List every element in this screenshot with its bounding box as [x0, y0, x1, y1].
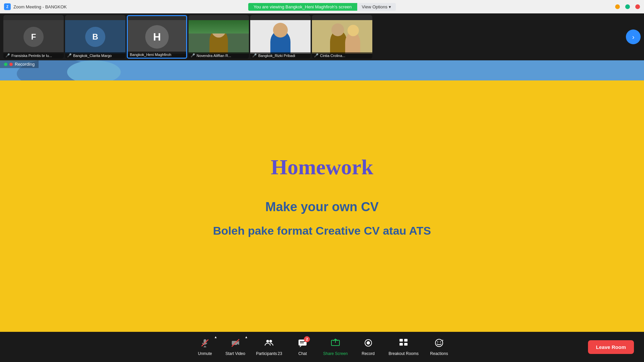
record-button[interactable]: Record — [353, 332, 383, 362]
participant-name: Fransiska Perintis br lu... — [11, 54, 52, 58]
participant-name: Bangkok_Heni Maghfiroh — [130, 53, 171, 57]
toolbar: ▲ Unmute ▲ Start Video — [0, 332, 644, 362]
slide-decoration — [0, 60, 644, 80]
svg-rect-24 — [404, 343, 408, 346]
deco-shape2 — [67, 60, 121, 80]
view-options-label: View Options — [362, 4, 387, 9]
leave-room-button[interactable]: Leave Room — [588, 340, 634, 354]
slide-title: Homework — [271, 155, 373, 180]
participant-tile[interactable]: F 🎤 Fransiska Perintis br lu... — [3, 15, 64, 59]
svg-rect-22 — [404, 339, 408, 342]
mute-icon: 🎤 — [191, 53, 195, 58]
svg-rect-13 — [300, 343, 304, 343]
chat-button[interactable]: 2 Chat — [287, 332, 318, 362]
slide-subtitle1: Make your own CV — [265, 200, 379, 214]
participant-name: Cintia Crolina... — [320, 54, 345, 58]
video-muted-icon — [231, 338, 240, 350]
recording-badge: Recording — [0, 60, 39, 68]
mute-icon: 🎤 — [314, 53, 319, 58]
recording-dot — [9, 63, 13, 66]
record-label: Record — [362, 351, 375, 356]
main-content: Homework Make your own CV Boleh pake for… — [0, 60, 644, 332]
record-icon — [364, 338, 373, 350]
breakout-rooms-label: Breakout Rooms — [389, 351, 419, 356]
participant-tile[interactable]: 🎤 Bangkok_Rizki Pribadi — [250, 15, 311, 59]
mic-muted-icon — [200, 338, 210, 350]
participant-name-bar: 🎤 Novendra Aliffian R... — [189, 52, 249, 59]
start-video-button[interactable]: ▲ Start Video — [220, 332, 251, 362]
chat-icon-wrapper: 2 — [298, 338, 307, 351]
title-bar: Z Zoom Meeting - BANGKOK You are viewing… — [0, 0, 644, 13]
participant-tile-active[interactable]: H Bangkok_Heni Maghfiroh — [127, 15, 187, 59]
chat-badge: 2 — [304, 336, 310, 342]
participant-name-bar: 🎤 Cintia Crolina... — [312, 52, 372, 59]
title-bar-left: Z Zoom Meeting - BANGKOK — [4, 3, 67, 10]
participant-name: Novendra Aliffian R... — [197, 54, 231, 58]
participant-name-bar: 🎤 Bangkok_Clarita Margo — [65, 52, 125, 59]
participants-icon — [264, 338, 274, 350]
maximize-button[interactable] — [625, 4, 630, 9]
unmute-caret: ▲ — [214, 335, 217, 339]
chevron-down-icon: ▾ — [389, 4, 391, 9]
participant-tile[interactable]: 🎤 Novendra Aliffian R... — [189, 15, 249, 59]
svg-point-10 — [269, 340, 272, 343]
svg-rect-23 — [399, 343, 403, 346]
recording-label: Recording — [15, 62, 35, 67]
start-video-label: Start Video — [225, 351, 245, 356]
participant-tile[interactable]: 🎤 Cintia Crolina... — [312, 15, 372, 59]
breakout-rooms-icon — [399, 338, 408, 350]
svg-point-9 — [266, 340, 269, 343]
participant-name-bar: Bangkok_Heni Maghfiroh — [128, 52, 186, 58]
window-title: Zoom Meeting - BANGKOK — [13, 4, 67, 9]
chat-label: Chat — [299, 351, 307, 356]
breakout-rooms-button[interactable]: Breakout Rooms — [383, 332, 424, 362]
slide-subtitle2: Boleh pake format Creative CV atau ATS — [213, 224, 431, 237]
unmute-label: Unmute — [198, 351, 212, 356]
title-bar-controls — [615, 4, 640, 9]
share-screen-label: Share Screen — [323, 351, 347, 356]
participant-name-bar: 🎤 Bangkok_Rizki Pribadi — [250, 52, 311, 59]
unmute-button[interactable]: ▲ Unmute — [190, 332, 220, 362]
participants-strip: F 🎤 Fransiska Perintis br lu... B 🎤 Bang… — [0, 13, 644, 60]
status-dot — [4, 63, 7, 66]
mute-icon: 🎤 — [67, 53, 72, 58]
svg-rect-21 — [399, 339, 403, 342]
reactions-icon: + — [434, 338, 444, 350]
svg-text:Z: Z — [6, 5, 8, 9]
next-participants-button[interactable]: › — [626, 29, 641, 44]
zoom-logo: Z — [4, 3, 11, 10]
participant-name-bar: 🎤 Fransiska Perintis br lu... — [3, 52, 64, 59]
participant-name: Bangkok_Clarita Margo — [73, 54, 112, 58]
svg-point-27 — [440, 341, 441, 342]
svg-text:+: + — [442, 339, 444, 342]
slide-area: Homework Make your own CV Boleh pake for… — [0, 60, 644, 332]
svg-point-20 — [367, 341, 370, 345]
participants-label: Participants — [256, 351, 277, 356]
mute-icon: 🎤 — [252, 53, 257, 58]
participant-name: Bangkok_Rizki Pribadi — [258, 54, 295, 58]
participants-button[interactable]: Participants 23 — [251, 332, 287, 362]
reactions-label: Reactions — [430, 351, 448, 356]
minimize-button[interactable] — [615, 4, 620, 9]
viewing-banner: You are viewing Bangkok_Heni Maghfiroh's… — [248, 3, 357, 11]
reactions-button[interactable]: + Reactions — [424, 332, 454, 362]
video-caret: ▲ — [245, 335, 248, 339]
participant-tile[interactable]: B 🎤 Bangkok_Clarita Margo — [65, 15, 125, 59]
close-button[interactable] — [635, 4, 640, 9]
participants-count: 23 — [278, 351, 282, 356]
share-screen-icon — [331, 338, 340, 350]
title-bar-center: You are viewing Bangkok_Heni Maghfiroh's… — [248, 3, 396, 11]
svg-point-26 — [437, 341, 438, 342]
view-options-button[interactable]: View Options ▾ — [357, 3, 396, 11]
share-screen-button[interactable]: Share Screen — [318, 332, 353, 362]
mute-icon: 🎤 — [5, 53, 10, 58]
